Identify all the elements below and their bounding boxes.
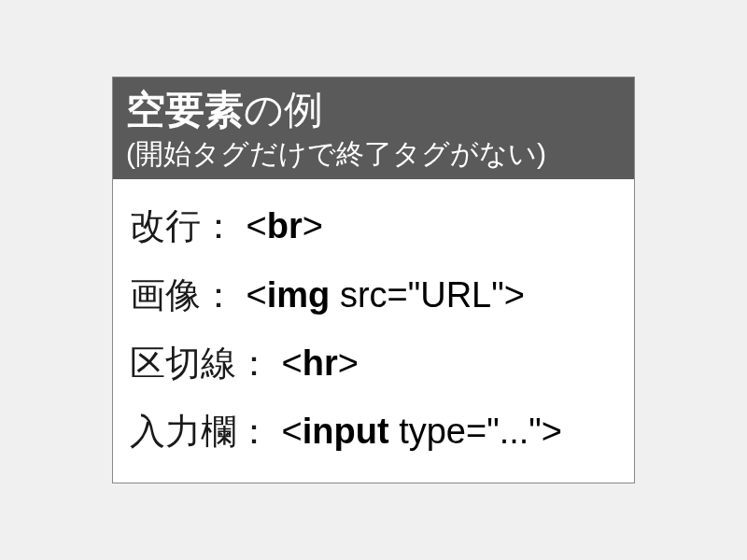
tag-open: < bbox=[247, 206, 267, 245]
item-tag: <hr> bbox=[282, 343, 359, 383]
item-tag: <input type="..."> bbox=[282, 412, 563, 451]
card-header: 空要素の例 (開始タグだけで終了タグがない) bbox=[113, 77, 634, 179]
item-label: 改行： bbox=[130, 206, 236, 245]
card-content: 改行： <br> 画像： <img src="URL"> 区切線： <hr> 入… bbox=[113, 179, 634, 483]
tag-close: > bbox=[504, 275, 525, 315]
tag-attr: src="URL" bbox=[330, 275, 503, 315]
tag-name: input bbox=[303, 412, 389, 451]
tag-name: br bbox=[267, 206, 303, 245]
tag-attr: type="..." bbox=[389, 412, 542, 451]
list-item: 区切線： <hr> bbox=[130, 329, 617, 398]
void-elements-card: 空要素の例 (開始タグだけで終了タグがない) 改行： <br> 画像： <img… bbox=[112, 77, 635, 483]
list-item: 入力欄： <input type="..."> bbox=[130, 398, 617, 466]
item-label: 入力欄： bbox=[130, 412, 272, 451]
item-label: 画像： bbox=[130, 275, 236, 315]
header-title-bold: 空要素 bbox=[126, 88, 244, 132]
item-tag: <img src="URL"> bbox=[247, 275, 525, 315]
tag-name: img bbox=[267, 275, 331, 315]
header-title: 空要素の例 bbox=[126, 87, 621, 133]
tag-close: > bbox=[542, 412, 562, 451]
header-subtitle: (開始タグだけで終了タグがない) bbox=[126, 135, 621, 172]
header-title-light: の例 bbox=[244, 88, 323, 132]
tag-open: < bbox=[282, 412, 303, 451]
tag-open: < bbox=[247, 275, 267, 315]
item-label: 区切線： bbox=[130, 343, 272, 383]
tag-name: hr bbox=[303, 343, 338, 383]
list-item: 改行： <br> bbox=[130, 192, 617, 260]
tag-close: > bbox=[303, 206, 323, 245]
item-tag: <br> bbox=[247, 206, 323, 245]
tag-close: > bbox=[338, 343, 359, 383]
list-item: 画像： <img src="URL"> bbox=[130, 261, 617, 329]
tag-open: < bbox=[282, 343, 303, 383]
